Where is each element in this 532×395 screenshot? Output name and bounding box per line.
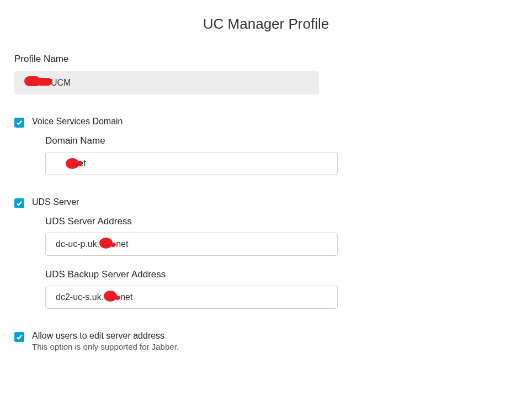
redaction-icon — [77, 161, 82, 166]
allow-edit-section: Allow users to edit server address This … — [14, 331, 518, 351]
uds-server-address-suffix: net — [116, 239, 128, 249]
profile-name-section: Profile Name UCM — [14, 54, 518, 94]
voice-services-checkbox[interactable] — [14, 118, 24, 128]
domain-name-label: Domain Name — [45, 135, 518, 146]
uds-server-section: UDS Server UDS Server Address dc-uc-p.uk… — [14, 197, 518, 309]
voice-services-checkbox-label: Voice Services Domain — [32, 117, 123, 127]
allow-edit-subtext: This option is only supported for Jabber… — [32, 342, 179, 351]
uds-backup-address-suffix: net — [120, 292, 132, 302]
uds-server-checkbox-label: UDS Server — [32, 197, 79, 207]
domain-name-input[interactable]: .net — [45, 152, 338, 175]
uds-server-address-prefix: dc-uc-p.uk. — [56, 239, 99, 249]
uds-server-address-input[interactable]: dc-uc-p.uk. net — [45, 233, 338, 256]
page-title: UC Manager Profile — [0, 0, 532, 38]
uds-backup-address-prefix: dc2-uc-s.uk. — [56, 292, 104, 302]
redaction-icon — [36, 78, 52, 86]
allow-edit-checkbox[interactable] — [14, 332, 24, 342]
uds-server-address-label: UDS Server Address — [45, 216, 518, 227]
uds-server-checkbox[interactable] — [14, 198, 24, 208]
redaction-icon — [115, 296, 120, 300]
check-icon — [16, 200, 23, 207]
profile-name-label: Profile Name — [14, 54, 518, 65]
form: Profile Name UCM Voice Services Domain D… — [0, 38, 532, 351]
uds-backup-address-input[interactable]: dc2-uc-s.uk. net — [45, 286, 338, 309]
check-icon — [16, 334, 23, 340]
uds-backup-address-label: UDS Backup Server Address — [45, 269, 518, 280]
allow-edit-label: Allow users to edit server address — [32, 331, 179, 341]
voice-services-section: Voice Services Domain Domain Name .net — [14, 117, 518, 175]
check-icon — [16, 119, 23, 126]
redaction-icon — [110, 243, 116, 247]
profile-name-value: UCM — [14, 71, 319, 94]
